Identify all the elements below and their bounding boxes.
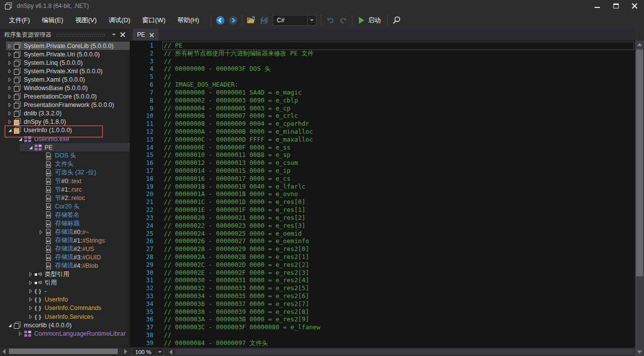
expander-collapsed-icon[interactable] — [27, 287, 34, 295]
expander-collapsed-icon[interactable] — [27, 304, 34, 312]
scroll-left-button[interactable] — [0, 348, 8, 355]
code-line[interactable]: 28// 0000002A - 0000002B 0000 = e_res2[1… — [130, 253, 635, 261]
code-line[interactable]: 24// 00000022 - 00000023 0000 = e_res[3] — [130, 222, 635, 230]
tree-item[interactable]: 存储流 #0: #~ — [0, 228, 130, 236]
expander-expanded-icon[interactable] — [6, 126, 13, 134]
tree-horizontal-scrollbar[interactable] — [0, 348, 130, 355]
expander-collapsed-icon[interactable] — [6, 109, 13, 117]
menu-item[interactable]: 文件(F) — [3, 13, 36, 28]
scrollbar-thumb[interactable] — [176, 349, 634, 355]
panel-menu-button[interactable] — [109, 30, 118, 39]
code-line[interactable]: 29// 0000002C - 0000002D 0000 = e_res2[2… — [130, 261, 635, 269]
code-line[interactable]: 3// — [130, 57, 635, 65]
editor-horizontal-scrollbar[interactable] — [167, 348, 635, 356]
menu-item[interactable]: 编辑(E) — [36, 13, 69, 28]
tree-item[interactable]: 引用 — [0, 279, 130, 287]
tree-item[interactable]: PE — [0, 143, 130, 152]
tree-item[interactable]: 文件头 — [0, 160, 130, 168]
code-line[interactable]: 19// 00000018 - 00000019 0040 = e_lfarlc — [130, 183, 635, 191]
code-line[interactable]: 38// — [130, 331, 635, 339]
code-line[interactable]: 35// 00000038 - 00000039 0000 = e_res2[8… — [130, 308, 635, 316]
code-line[interactable]: 4// 00000000 - 0000003F DOS 头 — [130, 65, 635, 73]
tree-item[interactable]: PresentationFramework (5.0.0.0) — [0, 101, 130, 109]
code-line[interactable]: 32// 00000032 - 00000033 0000 = e_res2[5… — [130, 284, 635, 292]
expander-expanded-icon[interactable] — [6, 321, 13, 329]
expander-collapsed-icon[interactable] — [6, 118, 13, 126]
expander-collapsed-icon[interactable] — [6, 67, 13, 75]
expander-collapsed-icon[interactable] — [27, 279, 34, 287]
tree-item[interactable]: 节 #2: .reloc — [0, 194, 130, 203]
expander-expanded-icon[interactable] — [27, 144, 34, 152]
code-line[interactable]: 8// 00000002 - 00000003 0090 = e_cblp — [130, 97, 635, 104]
zoom-dropdown-button[interactable] — [156, 348, 163, 356]
code-line[interactable]: 39// 00000084 - 00000097 文件头 — [130, 339, 635, 347]
code-line[interactable]: 33// 00000034 - 00000035 0000 = e_res2[6… — [130, 292, 635, 300]
code-line[interactable]: 7// 00000000 - 00000001 5A4D = e_magic — [130, 89, 635, 97]
open-file-button[interactable] — [245, 14, 258, 27]
tree-item[interactable]: DOS 头 — [0, 152, 130, 160]
code-line[interactable]: 31// 00000030 - 00000031 0000 = e_res2[4… — [130, 276, 635, 284]
search-button[interactable] — [390, 14, 403, 27]
tree-item[interactable]: System.Private.CoreLib (5.0.0.0) — [0, 42, 130, 50]
tree-item[interactable]: UserInfo (1.0.0.0) — [0, 126, 130, 135]
code-line[interactable]: 6// IMAGE_DOS_HEADER: — [130, 81, 635, 89]
expander-collapsed-icon[interactable] — [6, 42, 13, 50]
tree-item[interactable]: 存储流 #3: #GUID — [0, 253, 130, 261]
navigate-back-button[interactable] — [214, 14, 227, 27]
tree-item[interactable]: PresentationCore (5.0.0.0) — [0, 93, 130, 101]
code-line[interactable]: 20// 0000001A - 0000001B 0000 = e_ovno — [130, 190, 635, 198]
code-line[interactable]: 27// 00000028 - 00000029 0000 = e_res2[0… — [130, 245, 635, 253]
scroll-left-button[interactable] — [167, 348, 175, 356]
panel-close-button[interactable] — [118, 30, 127, 39]
expander-collapsed-icon[interactable] — [6, 59, 13, 67]
tree-item[interactable]: System.Xaml (5.0.0.0) — [0, 75, 130, 84]
tree-item[interactable]: 存储签名 — [0, 211, 130, 219]
scrollbar-thumb[interactable] — [9, 349, 118, 354]
code-line[interactable]: 15// 00000010 - 00000011 00B8 = e_sp — [130, 151, 635, 159]
code-line[interactable]: 1// PE — [130, 42, 635, 50]
tree-item[interactable]: { }UserInfo.Services — [0, 312, 130, 321]
scrollbar-thumb[interactable] — [636, 50, 643, 276]
code-line[interactable]: 9// 00000004 - 00000005 0003 = e_cp — [130, 104, 635, 112]
tree-item[interactable]: 节 #0: .text — [0, 177, 130, 186]
tree-item[interactable]: dnSpy (6.1.8.0) — [0, 118, 130, 126]
code-line[interactable]: 14// 0000000E - 0000000F 0000 = e_ss — [130, 144, 635, 152]
tree-item[interactable]: 可选头 (32 -位) — [0, 168, 130, 177]
code-line[interactable]: 34// 00000036 - 00000037 0000 = e_res2[7… — [130, 300, 635, 308]
tree-item[interactable]: dnlib (3.3.2.0) — [0, 109, 130, 118]
tree-item[interactable]: 存储流 #1: #Strings — [0, 236, 130, 245]
code-line[interactable]: 12// 0000000A - 0000000B 0000 = e_minall… — [130, 128, 635, 136]
menu-item[interactable]: 帮助(H) — [171, 13, 205, 28]
code-view[interactable]: 1// PE2// 所有树节点都使用十六进制编辑器来修改 PE 文件3//4//… — [130, 41, 635, 348]
code-line[interactable]: 26// 00000026 - 00000027 0000 = e_oeminf… — [130, 237, 635, 245]
expander-collapsed-icon[interactable] — [6, 101, 13, 109]
tree-item[interactable]: System.Linq (5.0.0.0) — [0, 58, 130, 67]
close-button[interactable] — [625, 0, 644, 12]
expander-expanded-icon[interactable] — [16, 135, 24, 143]
expander-collapsed-icon[interactable] — [6, 93, 13, 101]
tree-item[interactable]: Cor20 头 — [0, 203, 130, 211]
menu-item[interactable]: 窗口(W) — [136, 13, 171, 28]
navigate-forward-button[interactable] — [227, 14, 240, 27]
tab-close-icon[interactable] — [149, 33, 154, 37]
minimize-button[interactable] — [588, 0, 606, 12]
expander-collapsed-icon[interactable] — [6, 51, 13, 58]
tree-item[interactable]: System.Private.Uri (5.0.0.0) — [0, 50, 130, 58]
code-line[interactable]: 17// 00000014 - 00000015 0000 = e_ip — [130, 167, 635, 175]
code-line[interactable]: 18// 00000016 - 00000017 0000 = e_cs — [130, 175, 635, 183]
tree-item[interactable]: 节 #1: .rsrc — [0, 186, 130, 194]
tree-item[interactable]: { }- — [0, 287, 130, 296]
code-line[interactable]: 37// 0000003C - 0000003F 00000080 = e_lf… — [130, 323, 635, 331]
tree-item[interactable]: mscorlib (4.0.0.0) — [0, 321, 130, 329]
tree-item[interactable]: CommonLanguageRuntimeLibrar — [0, 329, 130, 338]
expander-collapsed-icon[interactable] — [27, 313, 34, 321]
zoom-select[interactable]: 100 % — [132, 348, 164, 356]
code-line[interactable]: 2// 所有树节点都使用十六进制编辑器来修改 PE 文件 — [130, 50, 635, 57]
expander-collapsed-icon[interactable] — [6, 84, 13, 92]
code-line[interactable]: 5// — [130, 73, 635, 81]
expander-collapsed-icon[interactable] — [16, 330, 24, 338]
code-line[interactable]: 30// 0000002E - 0000002F 0000 = e_res2[3… — [130, 269, 635, 277]
tree-item[interactable]: 类型引用 — [0, 270, 130, 279]
code-line[interactable]: 11// 00000008 - 00000009 0004 = e_cparhd… — [130, 120, 635, 128]
scroll-down-button[interactable] — [635, 348, 644, 356]
